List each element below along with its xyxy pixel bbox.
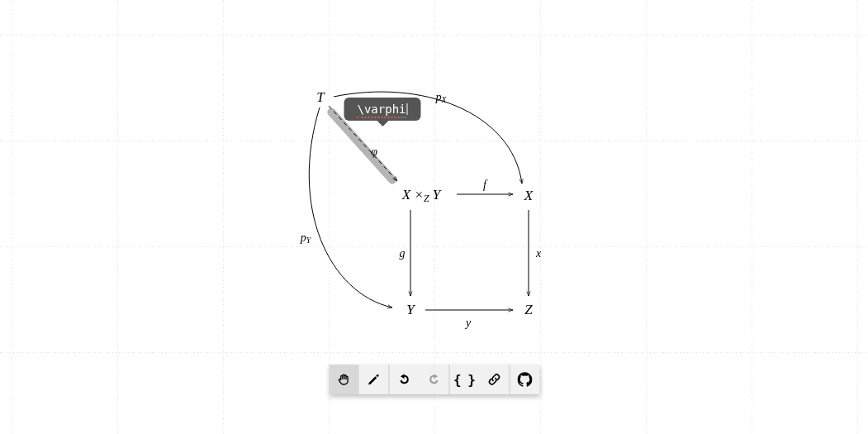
toolbar: { } [329, 365, 539, 394]
edge-label-pY-sub: Y [306, 236, 311, 245]
braces-icon: { } [453, 372, 475, 388]
github-button[interactable] [510, 365, 539, 394]
edge-label-phi[interactable]: φ [371, 145, 377, 159]
text-caret [407, 103, 408, 115]
hand-icon [336, 372, 351, 387]
undo-button[interactable] [389, 365, 419, 394]
node-XxZY-sub: Z [424, 193, 429, 204]
edge-label-pY[interactable]: pY [301, 231, 311, 245]
edge-label-pX-sub: X [442, 95, 447, 104]
link-icon [486, 372, 501, 387]
undo-icon [396, 372, 411, 387]
redo-icon [426, 372, 441, 387]
node-XxZY-tail: Y [429, 187, 441, 203]
redo-button[interactable] [419, 365, 448, 394]
edge-label-f[interactable]: f [483, 179, 486, 192]
pencil-icon [366, 372, 381, 387]
github-icon [517, 372, 532, 387]
edge-label-pY-p: p [301, 231, 306, 244]
node-Z[interactable]: Z [524, 302, 532, 318]
node-T[interactable]: T [316, 89, 324, 106]
node-Y[interactable]: Y [406, 302, 414, 318]
pan-tool-button[interactable] [329, 365, 358, 394]
edge-label-pX-p: p [436, 91, 442, 103]
edge-label-x[interactable]: x [536, 247, 541, 260]
source-button[interactable]: { } [449, 365, 479, 394]
edge-label-editor-tooltip[interactable]: \varphi [344, 98, 420, 121]
node-XxZY-pretext: X × [402, 187, 424, 203]
edge-label-y[interactable]: y [466, 317, 471, 330]
node-XxZY[interactable]: X ×Z Y [402, 187, 440, 205]
edge-label-editor-input[interactable]: \varphi [357, 103, 406, 118]
share-link-button[interactable] [479, 365, 509, 394]
node-X[interactable]: X [524, 188, 533, 204]
edge-label-pX[interactable]: pX [436, 91, 447, 104]
edge-label-g[interactable]: g [400, 247, 406, 260]
draw-tool-button[interactable] [358, 365, 388, 394]
